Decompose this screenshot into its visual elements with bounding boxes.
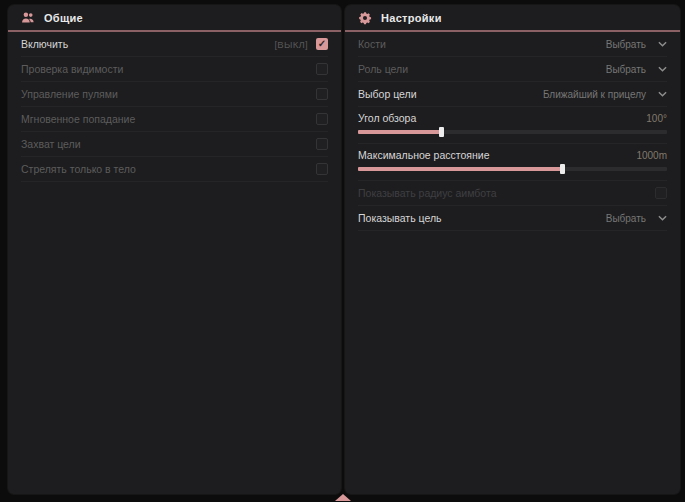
show-radius-checkbox[interactable] [655, 187, 667, 199]
fov-slider-thumb[interactable] [439, 127, 444, 137]
row-bullet-control[interactable]: Управление пулями [21, 82, 328, 107]
max-distance-slider-fill [358, 167, 562, 171]
row-target-role[interactable]: Роль цели Выбрать [358, 57, 667, 82]
scroll-up-arrow[interactable] [335, 494, 351, 501]
max-distance-value: 1000m [636, 150, 667, 161]
body-only-checkbox[interactable] [316, 163, 328, 175]
row-show-target[interactable]: Показывать цель Выбрать [358, 206, 667, 231]
row-instant-hit-label: Мгновенное попадание [21, 113, 135, 125]
panel-general: Общие Включить [ВЫКЛ] ✓ Проверка видимос… [8, 5, 341, 494]
gear-icon [358, 11, 372, 25]
row-visibility-check-label: Проверка видимости [21, 63, 123, 75]
fov-slider[interactable] [358, 130, 667, 134]
chevron-down-icon [658, 66, 667, 72]
row-bones-label: Кости [358, 38, 386, 50]
bones-dropdown[interactable]: Выбрать [606, 39, 667, 50]
row-visibility-check[interactable]: Проверка видимости [21, 57, 328, 82]
row-enable[interactable]: Включить [ВЫКЛ] ✓ [21, 32, 328, 57]
chevron-down-icon [658, 91, 667, 97]
keybind-hint: [ВЫКЛ] [274, 39, 308, 50]
row-enable-label: Включить [21, 38, 68, 50]
fov-label: Угол обзора [358, 112, 416, 124]
target-role-dropdown[interactable]: Выбрать [606, 64, 667, 75]
target-role-dropdown-value: Выбрать [606, 64, 646, 75]
row-bones[interactable]: Кости Выбрать [358, 32, 667, 57]
row-body-only-label: Стрелять только в тело [21, 163, 136, 175]
bullet-control-checkbox[interactable] [316, 88, 328, 100]
row-target-lock[interactable]: Захват цели [21, 132, 328, 157]
fov-slider-fill [358, 130, 441, 134]
row-body-only[interactable]: Стрелять только в тело [21, 157, 328, 182]
show-target-dropdown-value: Выбрать [606, 213, 646, 224]
bones-dropdown-value: Выбрать [606, 39, 646, 50]
row-target-lock-label: Захват цели [21, 138, 81, 150]
panel-settings: Настройки Кости Выбрать Роль цели Выбрат… [345, 5, 680, 494]
max-distance-label: Максимальное расстояние [358, 149, 489, 161]
panel-general-title: Общие [44, 12, 83, 24]
row-show-radius-label: Показывать радиус аимбота [358, 187, 497, 199]
row-show-radius[interactable]: Показывать радиус аимбота [358, 181, 667, 206]
row-target-role-label: Роль цели [358, 63, 408, 75]
fov-value: 100° [646, 113, 667, 124]
mod-menu: Общие Включить [ВЫКЛ] ✓ Проверка видимос… [0, 0, 685, 502]
row-show-target-label: Показывать цель [358, 212, 442, 224]
enable-checkbox[interactable]: ✓ [316, 38, 328, 50]
row-target-selection[interactable]: Выбор цели Ближайший к прицелу [358, 82, 667, 107]
max-distance-slider[interactable] [358, 167, 667, 171]
max-distance-slider-thumb[interactable] [560, 164, 565, 174]
visibility-check-checkbox[interactable] [316, 63, 328, 75]
chevron-down-icon [658, 215, 667, 221]
users-icon [21, 11, 35, 24]
row-bullet-control-label: Управление пулями [21, 88, 118, 100]
target-lock-checkbox[interactable] [316, 138, 328, 150]
panel-settings-title: Настройки [381, 12, 442, 24]
fov-slider-section: Угол обзора 100° [358, 107, 667, 144]
chevron-down-icon [658, 41, 667, 47]
target-selection-dropdown[interactable]: Ближайший к прицелу [543, 89, 667, 100]
panel-general-header: Общие [8, 5, 341, 30]
row-target-selection-label: Выбор цели [358, 88, 417, 100]
show-target-dropdown[interactable]: Выбрать [606, 213, 667, 224]
target-selection-dropdown-value: Ближайший к прицелу [543, 89, 646, 100]
instant-hit-checkbox[interactable] [316, 113, 328, 125]
max-distance-slider-section: Максимальное расстояние 1000m [358, 144, 667, 181]
panel-settings-header: Настройки [345, 5, 680, 30]
row-instant-hit[interactable]: Мгновенное попадание [21, 107, 328, 132]
